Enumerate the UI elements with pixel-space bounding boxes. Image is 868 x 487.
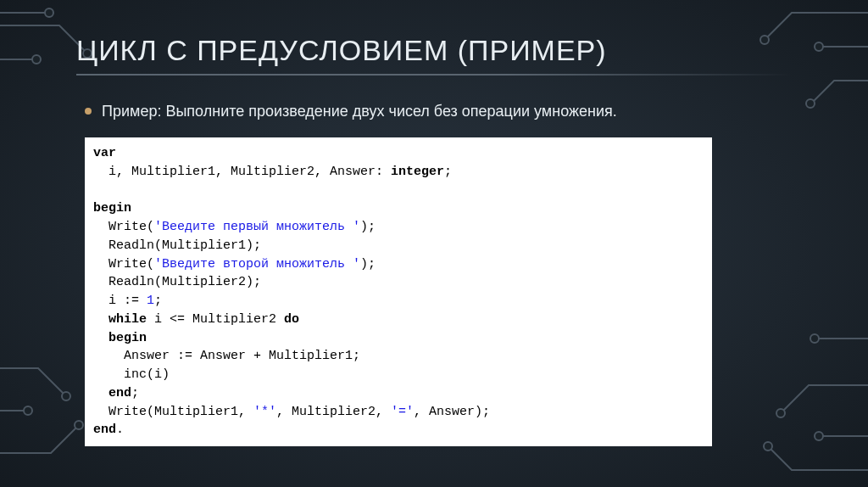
wa bbox=[93, 312, 108, 327]
readln1: Readln(Multiplier1); bbox=[93, 238, 261, 253]
bullet-row: Пример: Выполните произведение двух чисе… bbox=[85, 101, 792, 122]
answer-line: Answer := Answer + Multiplier1; bbox=[93, 349, 360, 363]
ia: i := bbox=[93, 294, 147, 308]
kw-end-inner: end bbox=[108, 386, 131, 400]
inc-line: inc(i) bbox=[93, 367, 170, 382]
semi: ; bbox=[444, 165, 452, 179]
dot: . bbox=[116, 423, 124, 437]
w1b: ); bbox=[360, 220, 376, 234]
w1a: Write( bbox=[93, 220, 154, 234]
b2a bbox=[93, 331, 108, 345]
eia bbox=[93, 386, 108, 400]
fa: Write(Multiplier1, bbox=[93, 405, 253, 419]
bullet-text: Пример: Выполните произведение двух чисе… bbox=[102, 101, 617, 122]
str1: 'Веедите первый множитель ' bbox=[154, 220, 360, 234]
kw-begin: begin bbox=[93, 201, 131, 216]
w2b: ); bbox=[360, 257, 376, 271]
kw-end: end bbox=[93, 423, 116, 437]
num1: 1 bbox=[147, 294, 154, 308]
w2a: Write( bbox=[93, 257, 154, 271]
kw-begin2: begin bbox=[108, 331, 147, 345]
wb: i <= Multiplier2 bbox=[147, 312, 284, 327]
bullet-prefix: Пример: bbox=[102, 103, 161, 120]
kw-while: while bbox=[108, 312, 147, 327]
str-star: '*' bbox=[253, 405, 276, 419]
title-underline bbox=[76, 74, 792, 76]
slide-content: ЦИКЛ С ПРЕДУСЛОВИЕМ (ПРИМЕР) Пример: Вып… bbox=[0, 0, 868, 472]
fc: , Answer); bbox=[414, 405, 490, 419]
kw-do: do bbox=[284, 312, 299, 327]
fb: , Multiplier2, bbox=[276, 405, 391, 419]
ib: ; bbox=[154, 294, 162, 308]
slide-title: ЦИКЛ С ПРЕДУСЛОВИЕМ (ПРИМЕР) bbox=[76, 34, 792, 67]
type-integer: integer bbox=[391, 165, 444, 179]
kw-var: var bbox=[93, 146, 116, 160]
decl: i, Multiplier1, Multiplier2, Answer: bbox=[93, 165, 391, 179]
readln2: Readln(Multiplier2); bbox=[93, 275, 261, 289]
code-block: var i, Multiplier1, Multiplier2, Answer:… bbox=[85, 137, 712, 446]
str2: 'Введите второй множитель ' bbox=[154, 257, 360, 271]
bullet-rest: Выполните произведение двух чисел без оп… bbox=[161, 103, 616, 120]
bullet-dot-icon bbox=[85, 108, 92, 115]
eib: ; bbox=[131, 386, 139, 400]
str-eq: '=' bbox=[391, 405, 414, 419]
